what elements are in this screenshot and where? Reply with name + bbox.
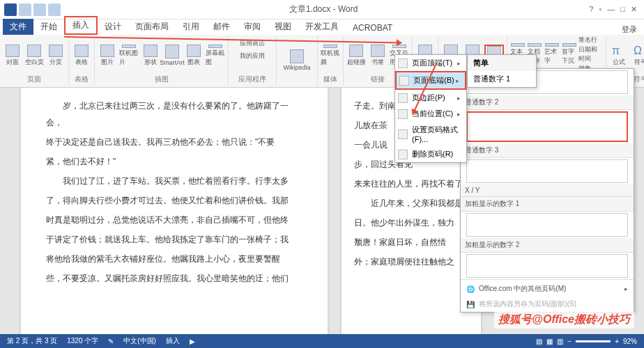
window-title: 文章1.docx - Word xyxy=(65,3,582,15)
tab-ref[interactable]: 引用 xyxy=(176,19,206,35)
gallery-head-bold2: 加粗显示的数字 2 xyxy=(461,238,634,253)
page-number-dropdown: 页面顶端(T)▸ 页面底端(B)▸ 页边距(P)▸ 当前位置(C)▸ 设置页码格… xyxy=(394,54,467,163)
view-print-icon[interactable]: ▦ xyxy=(546,338,553,345)
page-break-button[interactable]: 分页 xyxy=(46,45,66,67)
redo-icon[interactable] xyxy=(48,3,61,16)
status-words[interactable]: 1320 个字 xyxy=(67,336,98,346)
date-time-button[interactable]: 日期和时间 xyxy=(578,45,603,63)
tab-layout[interactable]: 页面布局 xyxy=(128,19,176,35)
body-text: 岁，北京已来往过两三次，是没有什么要紧的了。他踌躇了一会， xyxy=(46,97,302,131)
gallery-preview-bold1[interactable] xyxy=(466,213,628,237)
submenu-plain1[interactable]: 普通数字 1 xyxy=(468,71,536,87)
tab-file[interactable]: 文件 xyxy=(3,19,33,35)
minimize-icon[interactable]: — xyxy=(607,5,615,14)
help-icon[interactable]: ? xyxy=(589,5,593,14)
body-text: 日。他少年出外谋生，独力 xyxy=(354,214,468,231)
chart-button[interactable]: 图表 xyxy=(184,45,204,67)
current-pos-icon xyxy=(398,109,408,119)
symbol-button[interactable]: Ω符号 xyxy=(631,45,644,67)
body-text: 将他给我做的紫毛大衣铺好座位。他嘱我路上小心，夜里要警醒 xyxy=(46,251,302,267)
wordart-button[interactable]: 艺术字 xyxy=(544,43,560,65)
maximize-icon[interactable]: □ xyxy=(620,5,625,14)
dd-page-top[interactable]: 页面顶端(T)▸ xyxy=(395,55,466,71)
zoom-slider[interactable] xyxy=(576,340,611,342)
dd-current-position[interactable]: 当前位置(C)▸ xyxy=(395,106,466,122)
screenshot-button[interactable]: 屏幕截图 xyxy=(206,45,225,67)
body-text: 紧，他们去不好！" xyxy=(46,153,302,170)
gallery-preview-2[interactable] xyxy=(466,111,628,142)
undo-icon[interactable] xyxy=(33,3,46,16)
save-icon: 💾 xyxy=(466,301,475,308)
body-text: 于讲定了价钱；就送我上车。他给我拣定了靠车门的一张椅子；我 xyxy=(46,231,302,248)
tab-review[interactable]: 审阅 xyxy=(237,19,268,35)
gallery-head-2: 普通数字 2 xyxy=(461,95,634,110)
page-margin-icon xyxy=(398,93,408,103)
status-mode[interactable]: 插入 xyxy=(166,336,180,346)
ribbon-tabs: 文件 开始 插入 设计 页面布局 引用 邮件 审阅 视图 开发工具 ACROBA… xyxy=(0,19,644,35)
dd-page-margin[interactable]: 页边距(P)▸ xyxy=(395,90,466,106)
gallery-head-3: 普通数字 3 xyxy=(461,143,634,158)
dropcap-button[interactable]: 首字下沉 xyxy=(562,43,577,65)
page-top-icon xyxy=(398,58,408,68)
ribbon-opts-icon[interactable]: ▫ xyxy=(599,5,601,14)
blank-page-button[interactable]: 空白页 xyxy=(24,45,44,67)
shapes-button[interactable]: 形状 xyxy=(141,45,160,67)
gallery-head-bold1: 加粗显示的数字 1 xyxy=(461,197,634,212)
body-text: 来来往往的人里，再找不着了 xyxy=(354,175,468,192)
body-text: 近几年来，父亲和我都是 xyxy=(354,195,468,212)
cover-page-button[interactable]: 封面 xyxy=(3,45,22,67)
gallery-preview-bold2[interactable] xyxy=(466,254,628,278)
tab-acrobat[interactable]: ACROBAT xyxy=(346,21,399,35)
hyperlink-button[interactable]: 超链接 xyxy=(346,45,366,67)
watermark: 搜狐号@Office搬砖小技巧 xyxy=(494,311,634,329)
body-text: 颓唐！家庭日坏，自然情 xyxy=(354,234,468,251)
body-text: 终于决定还是自己送我去。我再三劝他不必去；他只说："不要 xyxy=(46,134,302,150)
online-picture-button[interactable]: 联机图片 xyxy=(119,45,139,67)
tab-dev[interactable]: 开发工具 xyxy=(298,19,346,35)
close-icon[interactable]: ✕ xyxy=(631,5,637,14)
body-text: 我们过了江，进了车站。我买票，他忙着照看行李。行李太多 xyxy=(46,173,302,189)
status-lang[interactable]: 中文(中国) xyxy=(123,336,156,346)
tab-insert[interactable]: 插入 xyxy=(64,16,98,35)
gallery-save-selection: 💾将所选内容另存为页码(面部)(S) xyxy=(461,296,634,312)
office-icon: 🌐 xyxy=(466,285,475,293)
picture-button[interactable]: 图片 xyxy=(98,45,117,67)
page-left[interactable]: 岁，北京已来往过两三次，是没有什么要紧的了。他踌躇了一会， 终于决定还是自己送我… xyxy=(21,88,328,334)
page-number-submenu: 简单 普通数字 1 xyxy=(467,54,537,88)
smartart-button[interactable]: SmartArt xyxy=(162,45,182,67)
equation-button[interactable]: π公式 xyxy=(609,45,629,67)
wikipedia-button[interactable]: Wikipedia xyxy=(279,49,314,72)
dd-remove-page-number[interactable]: 删除页码(R) xyxy=(395,146,466,162)
page-bottom-icon xyxy=(399,76,409,86)
dd-format-page-number[interactable]: 设置页码格式(F)... xyxy=(395,122,466,146)
body-text: 了，得向脚夫行些小费才可过去。他便又忙着和他们讲价钱。我那 xyxy=(46,192,302,209)
page-number-gallery: 普通数字 2 普通数字 3 X / Y 加粗显示的数字 1 加粗显示的数字 2 … xyxy=(460,68,634,313)
zoom-level[interactable]: 92% xyxy=(623,338,637,345)
gallery-office-more[interactable]: 🌐Office.com 中的其他页码(M)▸ xyxy=(461,281,634,296)
status-page[interactable]: 第 2 页，共 3 页 xyxy=(7,336,57,346)
body-text: 时真是聪明过分，总觉他说话不大漂亮，非自己插嘴不可，但他终 xyxy=(46,212,302,228)
body-text: 外；家庭琐屑便往往触他之 xyxy=(354,253,468,270)
status-spellcheck-icon[interactable]: ✎ xyxy=(108,338,114,345)
gallery-head-xy: X / Y xyxy=(461,184,634,197)
signature-line-button[interactable]: 签名行 xyxy=(578,35,603,45)
remove-icon xyxy=(398,150,408,159)
body-text: 些，不要受凉。又嘱托茶房好好照应我。我心里暗笑他的迂；他们 xyxy=(46,270,302,287)
zoom-in-icon[interactable]: + xyxy=(615,338,619,345)
tab-mail[interactable]: 邮件 xyxy=(206,19,237,35)
word-icon xyxy=(4,3,17,16)
tab-design[interactable]: 设计 xyxy=(98,19,128,35)
login-link[interactable]: 登录 xyxy=(622,24,644,35)
view-web-icon[interactable]: ▥ xyxy=(557,338,563,345)
view-read-icon[interactable]: ▤ xyxy=(536,338,542,345)
status-macro-icon[interactable]: ▶ xyxy=(190,338,195,345)
gallery-preview-3[interactable] xyxy=(466,159,628,183)
table-button[interactable]: 表格 xyxy=(72,45,91,67)
tab-view[interactable]: 视图 xyxy=(268,19,298,35)
bookmark-button[interactable]: 书签 xyxy=(368,45,388,67)
online-video-button[interactable]: 联机视频 xyxy=(321,45,340,67)
tab-home[interactable]: 开始 xyxy=(33,19,64,35)
save-icon[interactable] xyxy=(19,3,31,16)
zoom-out-icon[interactable]: − xyxy=(567,338,572,345)
my-apps-button[interactable]: 我的应用 xyxy=(231,50,273,61)
